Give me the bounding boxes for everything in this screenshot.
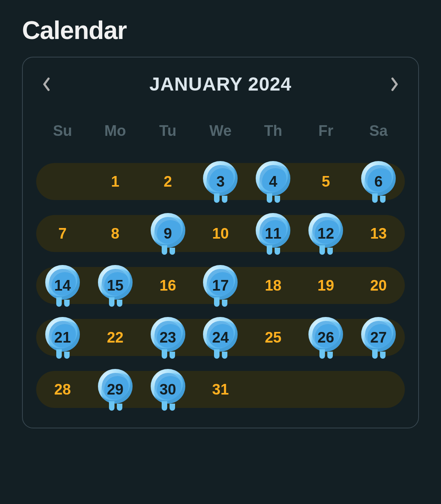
day-number: 16 <box>159 277 176 294</box>
day-cell[interactable]: 25 <box>247 319 299 356</box>
day-number: 13 <box>370 225 387 242</box>
weekday-label: Tu <box>142 122 194 139</box>
day-cell[interactable]: 27 <box>352 319 405 356</box>
day-number: 24 <box>212 329 229 346</box>
day-number: 3 <box>216 173 225 190</box>
day-number: 12 <box>317 225 334 242</box>
page-title: Calendar <box>22 16 419 45</box>
day-cell <box>352 371 405 408</box>
day-number: 15 <box>107 277 124 294</box>
weekday-label: Mo <box>89 122 142 139</box>
day-number: 9 <box>164 225 172 242</box>
day-cell[interactable]: 12 <box>299 215 352 252</box>
day-cell[interactable]: 17 <box>194 267 247 304</box>
day-cell[interactable]: 15 <box>89 267 142 304</box>
day-cell[interactable]: 24 <box>194 319 247 356</box>
day-number: 7 <box>58 225 66 242</box>
week-row: 78910111213 <box>36 215 405 252</box>
day-number: 17 <box>212 277 229 294</box>
day-cell[interactable]: 26 <box>299 319 352 356</box>
week-row: 21222324252627 <box>36 319 405 356</box>
day-number: 6 <box>375 173 383 190</box>
weekday-label: Su <box>36 122 89 139</box>
day-cell[interactable]: 18 <box>247 267 299 304</box>
day-number: 10 <box>212 225 229 242</box>
day-number: 18 <box>265 277 281 294</box>
day-number: 5 <box>322 173 330 190</box>
day-number: 30 <box>159 381 176 398</box>
week-row: 14151617181920 <box>36 267 405 304</box>
day-cell <box>36 163 89 200</box>
weeks-container: 1234567891011121314151617181920212223242… <box>36 163 405 408</box>
prev-month-button[interactable] <box>39 76 54 92</box>
day-number: 4 <box>269 173 277 190</box>
day-cell[interactable]: 8 <box>89 215 142 252</box>
day-cell[interactable]: 5 <box>299 163 352 200</box>
chevron-right-icon <box>390 77 399 91</box>
day-cell[interactable]: 3 <box>194 163 247 200</box>
day-cell[interactable]: 6 <box>352 163 405 200</box>
weekday-label: Fr <box>299 122 352 139</box>
day-number: 26 <box>317 329 334 346</box>
day-cell[interactable]: 20 <box>352 267 405 304</box>
day-number: 20 <box>370 277 387 294</box>
day-cell[interactable]: 28 <box>36 371 89 408</box>
day-number: 25 <box>265 329 281 346</box>
weekday-label: Th <box>247 122 299 139</box>
day-number: 31 <box>212 381 229 398</box>
day-cell[interactable]: 4 <box>247 163 299 200</box>
week-row: 28293031 <box>36 371 405 408</box>
calendar-card: JANUARY 2024 Su Mo Tu We Th Fr Sa 123456… <box>22 57 419 428</box>
day-cell[interactable]: 22 <box>89 319 142 356</box>
day-number: 11 <box>265 225 281 242</box>
weekday-label: We <box>194 122 247 139</box>
day-cell <box>247 371 299 408</box>
day-cell[interactable]: 19 <box>299 267 352 304</box>
day-number: 2 <box>164 173 172 190</box>
day-cell[interactable]: 21 <box>36 319 89 356</box>
day-cell <box>299 371 352 408</box>
day-cell[interactable]: 14 <box>36 267 89 304</box>
day-cell[interactable]: 1 <box>89 163 142 200</box>
day-cell[interactable]: 30 <box>142 371 194 408</box>
day-number: 1 <box>111 173 119 190</box>
day-number: 27 <box>370 329 387 346</box>
day-cell[interactable]: 29 <box>89 371 142 408</box>
day-cell[interactable]: 16 <box>142 267 194 304</box>
weekday-label: Sa <box>352 122 405 139</box>
next-month-button[interactable] <box>387 76 402 92</box>
day-cell[interactable]: 13 <box>352 215 405 252</box>
day-cell[interactable]: 11 <box>247 215 299 252</box>
weekday-header-row: Su Mo Tu We Th Fr Sa <box>36 122 405 139</box>
day-cell[interactable]: 9 <box>142 215 194 252</box>
day-number: 19 <box>317 277 334 294</box>
day-cell[interactable]: 31 <box>194 371 247 408</box>
day-number: 23 <box>159 329 176 346</box>
chevron-left-icon <box>42 77 51 91</box>
month-header: JANUARY 2024 <box>36 73 405 95</box>
day-number: 28 <box>54 381 71 398</box>
day-number: 29 <box>107 381 124 398</box>
day-cell[interactable]: 7 <box>36 215 89 252</box>
day-cell[interactable]: 2 <box>142 163 194 200</box>
day-number: 21 <box>54 329 71 346</box>
day-cell[interactable]: 10 <box>194 215 247 252</box>
day-number: 8 <box>111 225 119 242</box>
day-number: 14 <box>54 277 71 294</box>
day-cell[interactable]: 23 <box>142 319 194 356</box>
day-number: 22 <box>107 329 124 346</box>
week-row: 123456 <box>36 163 405 200</box>
month-label: JANUARY 2024 <box>149 73 292 95</box>
